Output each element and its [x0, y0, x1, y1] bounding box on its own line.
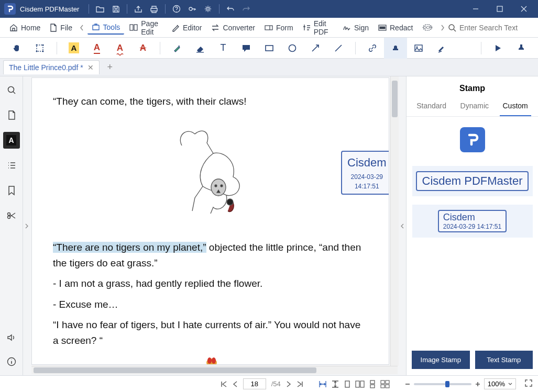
- sidebar-annotations-icon[interactable]: A: [3, 132, 20, 149]
- redo-icon[interactable]: [238, 0, 254, 18]
- tab-standard[interactable]: Standard: [413, 98, 449, 116]
- single-page-icon[interactable]: [344, 380, 351, 388]
- tab-custom[interactable]: Custom: [500, 98, 531, 116]
- note-tool[interactable]: [235, 38, 258, 59]
- menu-tools[interactable]: Tools: [87, 21, 125, 35]
- sidebar-info-icon[interactable]: [3, 353, 20, 370]
- open-icon[interactable]: [92, 0, 108, 18]
- menu-page-edit[interactable]: Page Edit: [125, 17, 167, 38]
- menu-edit-pdf[interactable]: Edit PDF: [299, 17, 337, 38]
- tab-close-icon[interactable]: ✕: [87, 63, 94, 72]
- hand-tool[interactable]: [5, 38, 28, 59]
- underline-tool[interactable]: A: [85, 38, 108, 59]
- select-tool[interactable]: [28, 38, 51, 59]
- new-tab-button[interactable]: +: [103, 60, 117, 75]
- zoom-slider[interactable]: [414, 383, 471, 385]
- strikeout-tool[interactable]: A: [131, 38, 155, 59]
- document-viewport[interactable]: “They can come, the tigers, with their c…: [31, 77, 389, 365]
- undo-icon[interactable]: [223, 0, 238, 18]
- circle-tool[interactable]: [281, 38, 304, 59]
- document-tab[interactable]: The Little Prince0.pdf * ✕: [3, 60, 100, 74]
- svg-rect-12: [37, 45, 43, 51]
- key-icon[interactable]: [184, 0, 200, 18]
- close-button[interactable]: [512, 0, 536, 18]
- text-stamp-button[interactable]: Text Stamp: [475, 351, 533, 369]
- continuous-icon[interactable]: [369, 380, 376, 388]
- sidebar-sound-icon[interactable]: [3, 329, 20, 346]
- arrow-tool[interactable]: [304, 38, 327, 59]
- vertical-scrollbar[interactable]: [390, 76, 399, 366]
- sidebar-outline-icon[interactable]: [3, 157, 20, 174]
- tab-dynamic[interactable]: Dynamic: [457, 98, 492, 116]
- menu-next-icon[interactable]: [438, 25, 447, 31]
- page-number-input[interactable]: [243, 378, 266, 389]
- sidebar-thumbnails-icon[interactable]: [3, 107, 20, 124]
- line-tool[interactable]: [327, 38, 350, 59]
- save-icon[interactable]: [108, 0, 124, 18]
- app-title: Cisdem PDFMaster: [20, 5, 79, 13]
- highlight-tool[interactable]: A: [62, 38, 85, 59]
- next-page-button[interactable]: [286, 380, 291, 388]
- menu-home[interactable]: Home: [5, 21, 45, 34]
- image-tool[interactable]: [407, 38, 430, 59]
- status-bar: /54 100%: [0, 375, 538, 392]
- collapse-left-handle[interactable]: [23, 76, 30, 375]
- last-page-button[interactable]: [297, 380, 304, 388]
- menu-sign[interactable]: Sign: [338, 21, 373, 34]
- fit-page-icon[interactable]: [331, 380, 339, 388]
- stamp-tool[interactable]: [384, 38, 407, 59]
- minimize-button[interactable]: [464, 0, 488, 18]
- zoom-in-button[interactable]: [475, 381, 481, 387]
- collapse-right-handle[interactable]: [399, 76, 406, 375]
- pin-tool[interactable]: [510, 38, 533, 59]
- svg-rect-17: [266, 46, 273, 51]
- horizontal-scrollbar[interactable]: [31, 366, 398, 374]
- two-page-icon[interactable]: [355, 380, 365, 388]
- settings-icon[interactable]: [200, 0, 216, 18]
- squiggle-tool[interactable]: A: [108, 38, 131, 59]
- signature-tool[interactable]: [430, 38, 453, 59]
- fullscreen-button[interactable]: [524, 379, 533, 389]
- link-tool[interactable]: [361, 38, 384, 59]
- search-input[interactable]: [459, 24, 533, 32]
- stamp-annotation[interactable]: Cisdem 2024-03-29 14:17:51: [341, 151, 389, 194]
- svg-rect-6: [265, 26, 272, 30]
- menu-prev-icon[interactable]: [78, 25, 86, 31]
- svg-point-11: [449, 25, 454, 30]
- marker-tool[interactable]: [166, 38, 189, 59]
- zoom-out-button[interactable]: [404, 381, 411, 387]
- sidebar-search-icon[interactable]: [3, 82, 20, 98]
- svg-rect-8: [380, 27, 385, 29]
- sidebar-clip-icon[interactable]: [3, 207, 20, 224]
- print-icon[interactable]: [146, 0, 162, 18]
- menu-file[interactable]: File: [46, 21, 76, 34]
- sidebar-bookmark-icon[interactable]: [3, 182, 20, 199]
- menu-ocr[interactable]: OCROCR: [418, 21, 437, 33]
- prev-page-button[interactable]: [233, 380, 238, 388]
- svg-point-18: [289, 44, 296, 51]
- svg-rect-19: [415, 45, 422, 51]
- menu-redact[interactable]: Redact: [374, 21, 417, 34]
- svg-point-23: [7, 216, 10, 219]
- eraser-tool[interactable]: [189, 38, 212, 59]
- help-icon[interactable]: [169, 0, 184, 18]
- rectangle-tool[interactable]: [258, 38, 281, 59]
- stamp-preview-text1[interactable]: Cisdem PDFMaster: [412, 166, 533, 196]
- menu-editor[interactable]: Editor: [168, 21, 206, 34]
- menu-form[interactable]: Form: [260, 21, 298, 34]
- panel-title: Stamp: [407, 76, 538, 98]
- zoom-value[interactable]: 100%: [484, 378, 516, 389]
- share-icon[interactable]: [130, 0, 146, 18]
- first-page-button[interactable]: [220, 380, 227, 388]
- image-stamp-button[interactable]: Image Stamp: [412, 351, 470, 369]
- play-tool[interactable]: [487, 38, 510, 59]
- maximize-button[interactable]: [488, 0, 512, 18]
- fit-width-icon[interactable]: [319, 380, 327, 388]
- stamp-preview-logo[interactable]: [412, 122, 533, 158]
- continuous-two-icon[interactable]: [380, 380, 390, 388]
- paragraph: - Excuse me…: [53, 297, 368, 312]
- menu-converter[interactable]: Converter: [207, 21, 259, 34]
- text-tool[interactable]: T: [212, 38, 235, 59]
- stamp-preview-text2[interactable]: Cisdem 2024-03-29 14:17:51: [412, 205, 533, 238]
- search-icon[interactable]: [448, 24, 456, 32]
